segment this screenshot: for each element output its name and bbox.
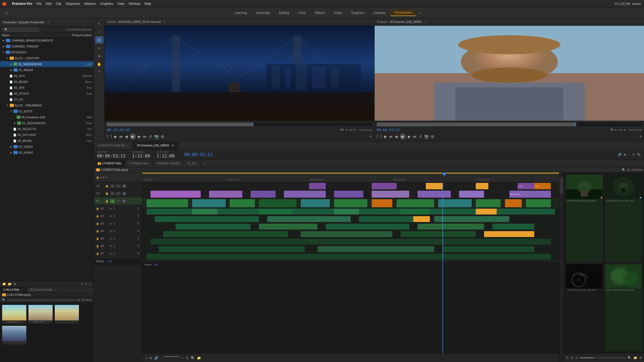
clip-v1-9[interactable] [438, 199, 471, 207]
tab-effects[interactable]: Effects [311, 10, 329, 16]
current-timecode[interactable]: 00:00:53:11 [184, 152, 213, 157]
tree-item-ep02[interactable]: ▼ Ep 02 - DREAMERS [0, 102, 94, 108]
tool-razor[interactable]: ✂ [95, 36, 103, 43]
clip-v3-2[interactable] [309, 183, 326, 189]
clip-v1-5[interactable] [301, 199, 330, 207]
a4-mic[interactable]: 🎙 [137, 230, 140, 232]
tl-bottom-folder[interactable]: 📁 [197, 356, 201, 360]
tl-bottom-search[interactable]: 🔍 [191, 356, 195, 360]
expand-arrow[interactable]: ▶ [9, 62, 13, 66]
home-button[interactable]: ⌂ [2, 9, 11, 17]
program-mark-out[interactable]: ⌉ [380, 134, 382, 139]
source-add-button[interactable]: + [369, 134, 372, 139]
source-monitor-menu[interactable]: ≡ [164, 20, 165, 24]
tool-slip[interactable]: ⇔ [95, 45, 103, 51]
program-step-fwd[interactable]: ▶ [408, 134, 411, 139]
expand-arrow[interactable]: ▶ [9, 68, 13, 72]
bin-seq-slider[interactable]: ⊟ [575, 356, 578, 360]
bin-seq-thumb-1[interactable]: C048_C009_01018D_001.mp4 [566, 175, 603, 262]
v3-toggle[interactable]: M [110, 184, 115, 188]
expand-arrow[interactable]: ▼ [2, 50, 5, 54]
source-safe-margins[interactable]: ⊞ [161, 134, 164, 139]
tl-tab-menu[interactable]: ≡ [172, 144, 174, 147]
tree-item-03-audio[interactable]: ▶ 03_AUDIO [0, 150, 94, 156]
bin-seq-grid-btn[interactable]: ⊞ [639, 356, 642, 360]
program-monitor-menu[interactable]: ≡ [425, 20, 426, 24]
clip-a1-5[interactable] [401, 209, 430, 215]
clip-a7-1[interactable] [147, 254, 551, 260]
icon-view-icon[interactable]: ⊞ [85, 282, 87, 286]
clip-v1-7[interactable] [372, 199, 393, 207]
timeline-ruler[interactable]: 00:00:00 00:00:15:00 00:00:30:00 00:00:4… [142, 173, 559, 182]
clip-a3-3[interactable] [326, 224, 409, 230]
a7-solo[interactable]: S [114, 252, 115, 255]
v2-toggle[interactable]: M [110, 192, 115, 195]
source-go-prev[interactable]: ⏮ [119, 134, 123, 139]
bin-thumb-2[interactable]: A001_2017_... [28, 305, 53, 324]
bin-seq-folder-btn[interactable]: 📁 [634, 356, 637, 360]
master-track-vol[interactable]: -4.0 [154, 263, 158, 266]
source-camera[interactable]: 📷 [154, 134, 159, 139]
list-view-icon[interactable]: ☰ [80, 282, 83, 286]
expand-arrow[interactable]: ▶ [9, 151, 13, 154]
tool-arrow[interactable]: ↔ [95, 28, 103, 35]
a7-mute[interactable]: M [110, 252, 112, 255]
tl-tab-century[interactable]: 0-CENTURY short film × [94, 142, 133, 149]
program-fit-dropdown[interactable]: ▼ [614, 128, 617, 131]
program-timecode[interactable]: 00:00:53:11 [377, 128, 400, 132]
bin-tab-close[interactable]: × [22, 288, 23, 291]
tl-bottom-zoom-slider[interactable] [164, 356, 180, 357]
bin-seq-thumb-3[interactable]: C048_C018_01010L_001.mp4 [566, 264, 603, 351]
v1-toggle[interactable]: S [110, 199, 115, 203]
program-go-next[interactable]: ⏭ [413, 134, 417, 139]
tl-bottom-zoom-out[interactable]: - [160, 356, 162, 360]
a5-mic[interactable]: 🎙 [137, 237, 140, 240]
v1-eye[interactable]: 👁 [116, 199, 121, 203]
clip-a5-1[interactable] [151, 239, 551, 245]
a2-solo[interactable]: S [114, 215, 115, 217]
clip-v1-1[interactable] [147, 199, 188, 207]
menu-clip[interactable]: Clip [56, 2, 61, 6]
tab-learning[interactable]: Learning [230, 10, 251, 16]
a1-mic[interactable]: 🎙 [137, 207, 140, 210]
tree-item-07-vo[interactable]: 📄 07_VO [0, 97, 94, 102]
seq-tab-01-se[interactable]: 01_SE... [184, 160, 202, 167]
tree-item-02-video[interactable]: ▶ 02_VIDEO [0, 144, 94, 150]
clip-v1-3[interactable] [230, 199, 255, 207]
clip-v1-6[interactable] [334, 199, 367, 207]
tl-tool-snap[interactable]: 🔗 [618, 153, 622, 156]
seq-tab-riding-lesson[interactable]: 4-RIDING LESSON [153, 160, 184, 167]
clip-v3-3[interactable] [426, 183, 442, 189]
freeform-view-icon[interactable]: ◫ [89, 282, 92, 286]
clip-a4-4[interactable] [484, 231, 534, 237]
tl-tab-dreamers[interactable]: 00 Dreamers_Edit_180831 × ≡ [133, 142, 178, 149]
seq-tab-forest-ride[interactable]: 2-FOREST Ride [94, 160, 126, 167]
tree-item-02-selects[interactable]: 📄 02_SELECTS Dan [0, 126, 94, 132]
bin-seq-grid-icon[interactable]: ⊞ [627, 168, 630, 171]
a2-mute[interactable]: M [110, 215, 112, 217]
tree-item-ep01[interactable]: ▼ Ep 01 - CENTURY [0, 55, 94, 61]
a7-mic[interactable]: 🎙 [137, 252, 140, 255]
clip-v2-8[interactable] [459, 191, 484, 198]
expand-arrow[interactable]: ▼ [9, 109, 13, 113]
bin-seq-search-icon[interactable]: 🔍 [622, 168, 625, 171]
menu-edit[interactable]: Edit [46, 2, 52, 6]
a3-mute[interactable]: M [110, 222, 112, 225]
expand-arrow[interactable]: ▶ [9, 145, 13, 149]
tree-item-02-media[interactable]: ▶ 02_MEDIA [0, 67, 94, 73]
clip-a2-1[interactable] [155, 216, 259, 222]
tool-select[interactable]: ↖ [95, 20, 103, 27]
bin-thumb-3[interactable] [55, 305, 79, 324]
project-search-box[interactable]: 🔍 [2, 27, 40, 32]
menu-help[interactable]: Help [144, 2, 151, 6]
clip-v1-12[interactable] [526, 199, 551, 207]
bin-search-icon[interactable]: 🔍 [2, 298, 5, 301]
a1-solo[interactable]: S [114, 207, 115, 210]
clip-a1-2[interactable] [192, 209, 217, 215]
v2-eye[interactable]: 👁 [116, 192, 121, 195]
source-go-next[interactable]: ⏭ [143, 134, 147, 139]
tl-bottom-snap-icon[interactable]: ⊞ [149, 356, 152, 360]
clip-a1-6[interactable] [476, 209, 497, 215]
v3-mic[interactable]: 🔊 [122, 184, 127, 188]
source-quality-dropdown[interactable]: ▼ [353, 128, 356, 131]
